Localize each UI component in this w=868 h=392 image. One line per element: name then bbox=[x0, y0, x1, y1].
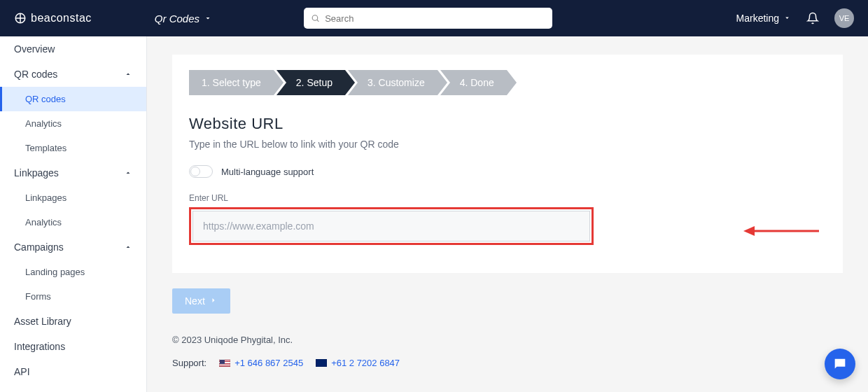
sidebar-item-qrcodes-qr[interactable]: QR codes bbox=[0, 87, 146, 111]
sidebar-item-qrcodes-templates[interactable]: Templates bbox=[0, 136, 146, 160]
sidebar-item-label: Templates bbox=[25, 143, 66, 153]
url-highlight-annotation bbox=[189, 207, 594, 245]
brand-name: beaconstac bbox=[31, 12, 92, 24]
brand-logo-icon bbox=[14, 12, 27, 24]
support-phone-us-label: +1 646 867 2545 bbox=[234, 358, 303, 368]
next-button-label: Next bbox=[185, 295, 205, 307]
flag-au-icon bbox=[316, 359, 327, 367]
sidebar-item-label: Integrations bbox=[14, 341, 65, 352]
support-line: Support: +1 646 867 2545 +61 2 7202 6847 bbox=[172, 358, 843, 368]
sidebar-item-label: Analytics bbox=[25, 118, 62, 129]
avatar-initials: VE bbox=[839, 14, 850, 22]
sidebar-item-campaigns-forms[interactable]: Forms bbox=[0, 284, 146, 309]
sidebar-item-label: QR codes bbox=[25, 94, 66, 104]
step-label: 1. Select type bbox=[202, 77, 261, 88]
chevron-down-icon bbox=[204, 13, 212, 24]
sidebar-item-linkpages[interactable]: Linkpages bbox=[0, 160, 146, 186]
setup-card: 1. Select type 2. Setup 3. Customize 4. … bbox=[172, 55, 843, 273]
sidebar-item-help[interactable]: Help bbox=[0, 384, 146, 392]
sidebar-item-linkpages-analytics[interactable]: Analytics bbox=[0, 210, 146, 234]
support-phone-au-label: +61 2 7202 6847 bbox=[331, 358, 400, 368]
svg-point-1 bbox=[312, 15, 318, 21]
support-phone-us[interactable]: +1 646 867 2545 bbox=[219, 358, 303, 368]
next-button[interactable]: Next bbox=[172, 288, 230, 314]
sidebar-item-integrations[interactable]: Integrations bbox=[0, 334, 146, 359]
chat-icon bbox=[832, 356, 848, 372]
sidebar-item-asset-library[interactable]: Asset Library bbox=[0, 309, 146, 334]
multilang-toggle[interactable] bbox=[189, 165, 213, 178]
sidebar-item-label: API bbox=[14, 366, 30, 377]
sidebar-item-campaigns-landing[interactable]: Landing pages bbox=[0, 260, 146, 284]
sidebar-item-qrcodes[interactable]: QR codes bbox=[0, 62, 146, 87]
nav-right: Marketing VE bbox=[736, 8, 854, 28]
multilang-toggle-label: Multi-language support bbox=[221, 167, 314, 177]
sidebar-item-linkpages-lp[interactable]: Linkpages bbox=[0, 186, 146, 210]
chevron-up-icon bbox=[124, 243, 132, 251]
sidebar-item-label: Overview bbox=[14, 43, 55, 55]
step-customize[interactable]: 3. Customize bbox=[348, 70, 438, 95]
sidebar: Overview QR codes QR codes Analytics Tem… bbox=[0, 36, 147, 392]
sidebar-item-api[interactable]: API bbox=[0, 359, 146, 384]
marketing-dropdown[interactable]: Marketing bbox=[736, 13, 791, 24]
step-done[interactable]: 4. Done bbox=[440, 70, 507, 95]
search-wrapper bbox=[304, 8, 552, 29]
sidebar-item-label: QR codes bbox=[14, 69, 57, 80]
multilang-toggle-row: Multi-language support bbox=[189, 165, 826, 178]
stepper: 1. Select type 2. Setup 3. Customize 4. … bbox=[189, 70, 826, 95]
step-label: 4. Done bbox=[460, 77, 494, 88]
step-select-type[interactable]: 1. Select type bbox=[189, 70, 274, 95]
sidebar-item-qrcodes-analytics[interactable]: Analytics bbox=[0, 111, 146, 136]
chevron-right-icon bbox=[209, 295, 218, 307]
sidebar-item-label: Analytics bbox=[25, 217, 62, 227]
footer-copyright: © 2023 Uniqode Phygital, Inc. bbox=[172, 335, 843, 345]
main-content: 1. Select type 2. Setup 3. Customize 4. … bbox=[147, 36, 868, 392]
sidebar-item-overview[interactable]: Overview bbox=[0, 36, 146, 62]
chat-widget-button[interactable] bbox=[825, 349, 855, 379]
sidebar-item-label: Landing pages bbox=[25, 267, 85, 277]
step-label: 3. Customize bbox=[368, 77, 425, 88]
support-phone-au[interactable]: +61 2 7202 6847 bbox=[316, 358, 400, 368]
top-navbar: beaconstac Qr Codes Marketing VE bbox=[0, 0, 868, 36]
section-title: Website URL bbox=[189, 115, 826, 133]
step-label: 2. Setup bbox=[296, 77, 332, 88]
sidebar-item-campaigns[interactable]: Campaigns bbox=[0, 234, 146, 260]
step-setup[interactable]: 2. Setup bbox=[276, 70, 345, 95]
support-label: Support: bbox=[172, 358, 206, 368]
flag-us-icon bbox=[219, 359, 230, 367]
sidebar-item-label: Linkpages bbox=[14, 167, 59, 178]
sidebar-item-label: Linkpages bbox=[25, 192, 66, 203]
toggle-knob bbox=[190, 167, 200, 176]
chevron-down-icon bbox=[783, 13, 791, 24]
qrcodes-top-dropdown[interactable]: Qr Codes bbox=[155, 13, 212, 24]
sidebar-item-label: Forms bbox=[25, 291, 51, 302]
qrcodes-top-dropdown-label: Qr Codes bbox=[155, 13, 200, 24]
section-subtitle: Type in the URL below to link with your … bbox=[189, 139, 826, 150]
footer: © 2023 Uniqode Phygital, Inc. Support: +… bbox=[172, 335, 843, 379]
user-avatar[interactable]: VE bbox=[834, 8, 854, 28]
search-icon bbox=[311, 14, 320, 23]
brand-logo[interactable]: beaconstac bbox=[14, 12, 92, 24]
url-field-label: Enter URL bbox=[189, 193, 826, 203]
sidebar-item-label: Campaigns bbox=[14, 241, 64, 253]
sidebar-item-label: Asset Library bbox=[14, 316, 71, 327]
url-input[interactable] bbox=[192, 211, 590, 241]
chevron-up-icon bbox=[124, 169, 132, 177]
notifications-bell-icon[interactable] bbox=[806, 12, 819, 24]
chevron-up-icon bbox=[124, 70, 132, 78]
marketing-label: Marketing bbox=[736, 13, 779, 24]
search-input[interactable] bbox=[304, 8, 552, 29]
